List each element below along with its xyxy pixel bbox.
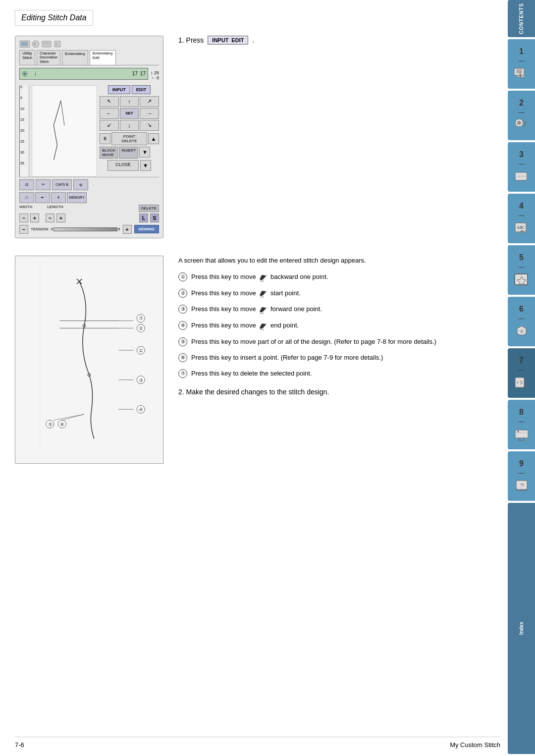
- instruction-6: ⑥ Press this key to insert a point. (Ref…: [178, 353, 490, 362]
- tab-8[interactable]: 8 —: [508, 400, 535, 449]
- nav-down[interactable]: ↓: [120, 120, 139, 131]
- func-key-2[interactable]: ⇤: [35, 192, 50, 203]
- nav-up[interactable]: ↑: [120, 96, 139, 107]
- width-plus[interactable]: +: [30, 214, 39, 222]
- svg-text:⑤: ⑤: [48, 422, 53, 427]
- tab-6[interactable]: 6 —: [508, 297, 535, 346]
- tab-2[interactable]: 2 —: [508, 91, 535, 140]
- step1-panel: 1. Press INPUT EDIT .: [178, 36, 490, 246]
- tab-1-icon: [513, 66, 530, 81]
- tab-1[interactable]: 1 —: [508, 39, 535, 89]
- func-special[interactable]: ψ: [73, 179, 88, 190]
- extra-button[interactable]: ▼: [140, 160, 151, 171]
- step1-text: 1. Press: [178, 36, 204, 44]
- input-edit-badge: INPUT EDIT: [208, 36, 248, 45]
- tab-3[interactable]: 3 —: [508, 142, 535, 192]
- svg-rect-15: [515, 430, 528, 438]
- display-icon: [22, 70, 32, 77]
- nav-up-right[interactable]: ↗: [140, 96, 159, 107]
- up-small-button[interactable]: ▲: [148, 133, 159, 144]
- nav-left[interactable]: ←: [100, 108, 119, 119]
- utility-stitch-tab[interactable]: UtilityStitch: [19, 50, 35, 65]
- measurements: ↕ 25 ← 0: [151, 70, 159, 80]
- step2-area: 2. Make the desired changes to the stitc…: [178, 388, 490, 396]
- svg-line-61: [62, 414, 84, 420]
- step1-period: .: [252, 36, 254, 44]
- machine-icon-4: □: [54, 40, 61, 48]
- delete-button[interactable]: DELETE: [139, 205, 159, 212]
- input-button[interactable]: INPUT: [108, 85, 130, 94]
- instr-text-4: Press this key to move end point.: [191, 321, 299, 330]
- stitch-icon: ↓: [34, 71, 37, 76]
- tab-5[interactable]: 5 —: [508, 245, 535, 295]
- right-navigation: CONTENTS 1 — 2 —: [505, 0, 535, 756]
- svg-text:②: ②: [139, 325, 143, 331]
- l-button[interactable]: L: [139, 214, 148, 222]
- svg-rect-2: [517, 75, 525, 77]
- embroidery-tab[interactable]: Embroidery: [62, 50, 88, 65]
- s-button[interactable]: S: [150, 214, 159, 222]
- tab-7-number: 7: [519, 356, 524, 365]
- block-insert-row: BLOCKMOVE INSERT ▼: [100, 147, 159, 159]
- tab-4[interactable]: 4 — ABC: [508, 194, 535, 243]
- tension-plus[interactable]: +: [123, 225, 132, 234]
- tension-minus[interactable]: −: [19, 225, 28, 234]
- func-caps[interactable]: CAPS B: [52, 179, 72, 190]
- set-button[interactable]: SET: [120, 108, 139, 119]
- length-plus[interactable]: +: [56, 214, 65, 222]
- tab-4-icon: ABC: [513, 221, 530, 236]
- nav-home[interactable]: ↖: [100, 96, 119, 107]
- tab-9[interactable]: 9 — ?!: [508, 451, 535, 501]
- tension-val-0: 0: [51, 227, 53, 231]
- instr-num-5: ⑤: [178, 337, 187, 346]
- point-delete-button[interactable]: POINTDELETE: [111, 132, 147, 145]
- edit-button[interactable]: EDIT: [132, 85, 151, 94]
- first-row: ? □ UtilityStitch CharacterDecora: [15, 36, 490, 246]
- tab-index[interactable]: Index: [508, 503, 535, 754]
- instr-text-7: Press this key to delete the selected po…: [191, 369, 312, 378]
- svg-text:□: □: [55, 43, 57, 46]
- func-memory[interactable]: MEMORY: [67, 192, 87, 203]
- tab-6-icon: [513, 324, 530, 339]
- second-row: ⑦ ② ① ③ ④: [15, 256, 490, 464]
- length-minus[interactable]: −: [46, 214, 54, 222]
- block-move-button[interactable]: BLOCKMOVE: [100, 147, 118, 159]
- func-scissors[interactable]: ✂: [36, 179, 51, 190]
- tension-label: TENSION: [31, 227, 49, 231]
- insert-button[interactable]: INSERT: [119, 147, 138, 159]
- down-small-button[interactable]: ▼: [139, 147, 150, 158]
- instr-text-5: Press this key to move part of or all of…: [191, 337, 436, 346]
- func-key-3[interactable]: 4: [51, 192, 66, 203]
- tension-scale: 0 9: [51, 227, 120, 231]
- count-17b: 17: [140, 71, 146, 76]
- func-key-1[interactable]: □: [19, 192, 34, 203]
- tab-2-icon: [513, 118, 530, 133]
- svg-rect-14: [515, 378, 524, 387]
- embroidery-edit-tab[interactable]: EmbroideryEdit: [90, 50, 116, 65]
- nav-right[interactable]: →: [140, 108, 159, 119]
- instruction-2: ② Press this key to move start point.: [178, 289, 490, 298]
- input-edit-row: INPUT EDIT: [100, 85, 159, 94]
- nav-down-right[interactable]: ↘: [140, 120, 159, 131]
- character-stitch-tab[interactable]: CharacterDecorativeStitch: [37, 50, 60, 65]
- instr-text-6: Press this key to insert a point. (Refer…: [191, 353, 383, 362]
- needle-icon-4: [258, 322, 268, 330]
- diagram-box: ⑦ ② ① ③ ④: [15, 256, 163, 464]
- svg-line-60: [54, 414, 85, 420]
- instr-num-1: ①: [178, 272, 187, 281]
- instructions-panel: A screen that allows you to edit the ent…: [178, 256, 490, 464]
- svg-text:ABC: ABC: [517, 225, 525, 230]
- nav-down-left[interactable]: ↙: [100, 120, 119, 131]
- tab-contents[interactable]: CONTENTS: [508, 0, 535, 37]
- tab-contents-label: CONTENTS: [519, 3, 524, 34]
- func-omega[interactable]: Ω: [19, 179, 34, 190]
- tab-7-icon: [513, 376, 530, 390]
- instr-num-2: ②: [178, 289, 187, 298]
- sewing-button[interactable]: SEWING: [134, 225, 159, 233]
- tab-7[interactable]: 7 —: [508, 348, 535, 398]
- pause-button[interactable]: ⏸: [100, 133, 110, 144]
- instr-num-7: ⑦: [178, 369, 187, 378]
- close-button[interactable]: CLOSE: [107, 160, 139, 171]
- needle-icon-1: [258, 273, 268, 282]
- width-minus[interactable]: −: [19, 214, 28, 222]
